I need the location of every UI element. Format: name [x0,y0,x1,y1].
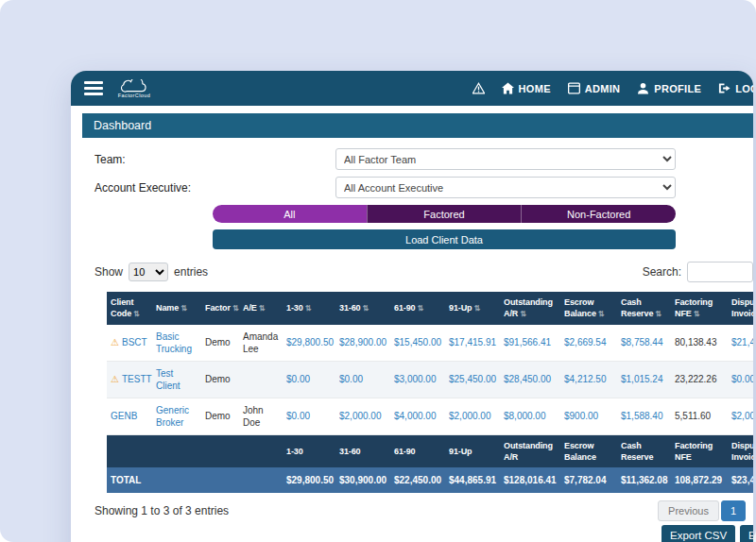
alerts-button[interactable] [472,82,485,94]
total-61-90: $22,450.00 [390,467,445,493]
segment-non-factored-button[interactable]: Non-Factored [521,205,676,223]
nav-home[interactable]: HOME [502,82,551,94]
search-area: Search: [643,262,753,282]
escrow-balance-link[interactable]: $900.00 [564,411,598,421]
previous-page-button[interactable]: Previous [658,500,719,521]
sort-icon: ⇅ [694,310,700,318]
showing-entries-text: Showing 1 to 3 of 3 entries [94,504,229,517]
nav-logout-label: LOGOUT [735,83,753,94]
disputed-invoices-link[interactable]: $21,450.00 [731,337,753,347]
aging-1-30-link[interactable]: $0.00 [286,374,310,384]
nav-logout[interactable]: LOGOUT [718,82,753,94]
nav-admin[interactable]: ADMIN [568,82,621,94]
summary-column-label: Cash Reserve [617,434,671,467]
aging-31-60-link[interactable]: $2,000.00 [339,411,382,421]
warning-icon [472,82,485,94]
column-header-31-60[interactable]: 31-60⇅ [335,292,390,325]
client-name-link[interactable]: Generic Broker [156,405,189,428]
sort-icon: ⇅ [133,310,140,318]
client-code-link[interactable]: GENB [111,411,137,421]
admin-icon [568,82,580,94]
cash-reserve-link[interactable]: $8,758.44 [621,337,663,347]
aging-91-up-link[interactable]: $17,415.91 [449,337,496,347]
column-header-1-30[interactable]: 1-30⇅ [283,292,335,325]
aging-61-90-link[interactable]: $4,000.00 [394,411,437,421]
summary-column-label: Escrow Balance [560,434,617,467]
column-header-disputed-invoices[interactable]: Disputed Invoice(s)⇅ [728,292,753,325]
total-label: TOTAL [107,467,152,493]
table-header-row: Client Code⇅ Name⇅ Factor⇅ A/E⇅ 1-30⇅ 31… [107,292,753,325]
aging-1-30-link[interactable]: $29,800.50 [286,337,334,347]
page-1-button[interactable]: 1 [721,500,746,521]
column-header-91-up[interactable]: 91-Up⇅ [445,292,500,325]
sort-icon: ⇅ [259,304,266,313]
page-size-select[interactable]: 10 [129,263,168,281]
account-executive-select[interactable]: All Account Executive [335,177,676,198]
aging-91-up-link[interactable]: $25,450.00 [449,374,496,384]
search-input[interactable] [687,262,753,282]
sort-icon: ⇅ [232,304,239,313]
outstanding-ar-link[interactable]: $8,000.00 [504,411,546,421]
sort-icon: ⇅ [180,304,187,313]
app-window: FactorCloud HOME A [71,71,753,542]
segment-all-button[interactable]: All [213,205,367,223]
table-controls-row: Show 10 entries Search: [94,263,753,281]
outstanding-ar-link[interactable]: $91,566.41 [504,337,551,347]
client-code-link[interactable]: BSCT [122,337,147,347]
total-1-30: $29,800.50 [283,467,335,493]
column-header-name[interactable]: Name⇅ [152,292,201,325]
show-label: Show [94,265,123,279]
outstanding-ar-link[interactable]: $28,450.00 [504,374,551,384]
factored-segment-group: All Factored Non-Factored [213,205,676,223]
top-navbar: FactorCloud HOME A [71,71,753,106]
nav-menu: HOME ADMIN PROFILE [472,71,753,106]
column-header-cash-reserve[interactable]: Cash Reserve⇅ [617,292,671,325]
client-code-link[interactable]: TESTT [122,374,152,384]
account-executive-filter-row: Account Executive: All Account Executive [94,177,753,198]
summary-column-label: 91-Up [445,434,500,467]
sort-icon: ⇅ [655,310,662,318]
export-csv-button[interactable]: Export CSV [662,525,735,542]
column-header-factoring-nfe[interactable]: Factoring NFE⇅ [671,292,728,325]
escrow-balance-link[interactable]: $2,669.54 [564,337,607,347]
column-header-escrow-balance[interactable]: Escrow Balance⇅ [560,292,617,325]
team-select[interactable]: All Factor Team [335,148,676,170]
column-header-ae[interactable]: A/E⇅ [239,292,283,325]
disputed-invoices-link[interactable]: $2,000.00 [731,411,753,421]
aging-31-60-link[interactable]: $0.00 [339,374,363,384]
column-header-outstanding-ar[interactable]: Outstanding A/R⇅ [500,292,560,325]
cash-reserve-link[interactable]: $1,588.40 [621,411,663,421]
aging-1-30-link[interactable]: $0.00 [286,411,310,421]
total-empty-cell [201,467,239,493]
summary-empty-cell [239,434,283,467]
menu-icon[interactable] [84,81,103,95]
export-excel-button[interactable]: Export Excel [740,525,753,542]
ae-cell: John Doe [239,398,283,434]
nav-profile[interactable]: PROFILE [637,82,701,94]
brand-logo[interactable]: FactorCloud [116,79,152,98]
escrow-balance-link[interactable]: $4,212.50 [564,374,607,384]
segment-factored-button[interactable]: Factored [367,205,522,223]
entries-label: entries [174,265,208,279]
column-header-61-90[interactable]: 61-90⇅ [390,292,445,325]
client-name-link[interactable]: Basic Trucking [156,331,192,354]
disputed-invoices-link[interactable]: $0.00 [731,374,753,384]
aging-31-60-link[interactable]: $28,900.00 [339,337,387,347]
load-client-data-button[interactable]: Load Client Data [213,229,676,249]
column-header-factor[interactable]: Factor⇅ [201,292,239,325]
client-name-link[interactable]: Test Client [156,368,180,391]
row-warning-icon: ⚠ [111,374,119,384]
summary-empty-cell [152,434,201,467]
logout-icon [718,82,730,94]
total-empty-cell [152,467,201,493]
cash-reserve-link[interactable]: $1,015.24 [621,374,663,384]
table-row: GENB Generic Broker Demo John Doe $0.00 … [107,398,753,434]
aging-61-90-link[interactable]: $3,000.00 [394,374,437,384]
search-label: Search: [643,265,681,279]
client-table: Client Code⇅ Name⇅ Factor⇅ A/E⇅ 1-30⇅ 31… [107,292,753,493]
summary-header-row: 1-30 31-60 61-90 91-Up Outstanding A/R E… [107,434,753,467]
table-info-row: Showing 1 to 3 of 3 entries Previous 1 [94,500,753,521]
column-header-client-code[interactable]: Client Code⇅ [107,292,152,325]
aging-91-up-link[interactable]: $2,000.00 [449,411,491,421]
aging-61-90-link[interactable]: $15,450.00 [394,337,441,347]
